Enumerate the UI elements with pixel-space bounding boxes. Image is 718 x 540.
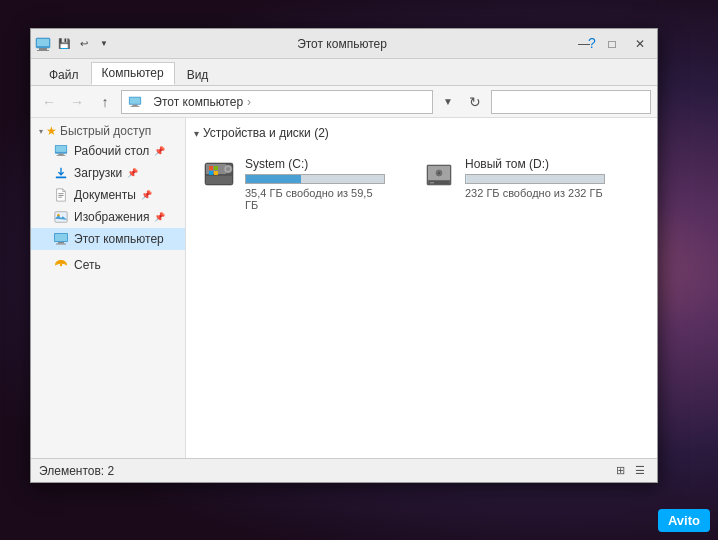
network-label: Сеть	[74, 258, 101, 272]
pictures-label: Изображения	[74, 210, 149, 224]
up-button[interactable]: ↑	[93, 90, 117, 114]
pin-icon-pictures: 📌	[154, 212, 165, 222]
drive-d-icon	[421, 157, 457, 193]
search-input[interactable]	[498, 95, 648, 109]
svg-rect-11	[56, 146, 67, 152]
quick-access-arrow: ▾	[39, 127, 43, 136]
address-text	[146, 95, 149, 109]
svg-rect-2	[39, 48, 47, 50]
svg-rect-28	[206, 176, 232, 184]
view-list-button[interactable]: ☰	[631, 462, 649, 480]
svg-rect-6	[132, 104, 137, 105]
section-label: Устройства и диски (2)	[203, 126, 329, 140]
svg-point-30	[226, 167, 230, 171]
address-separator: ›	[247, 95, 251, 109]
drive-c-name: System (C:)	[245, 157, 387, 171]
avito-badge: Avito	[658, 509, 710, 532]
sidebar-item-pictures[interactable]: Изображения 📌	[31, 206, 185, 228]
sidebar-quick-access-header[interactable]: ▾ ★ Быстрый доступ	[31, 122, 185, 140]
qa-save-button[interactable]: 💾	[55, 35, 73, 53]
svg-rect-15	[58, 193, 63, 194]
drive-c-space: 35,4 ГБ свободно из 59,5 ГБ	[245, 187, 387, 211]
drive-c-bar-fill	[246, 175, 301, 183]
computer-icon-small	[128, 95, 142, 109]
content-area: ▾ ★ Быстрый доступ Рабочий стол 📌	[31, 118, 657, 458]
back-button[interactable]: ←	[37, 90, 61, 114]
address-dropdown-button[interactable]: ▼	[437, 91, 459, 113]
svg-rect-32	[214, 166, 218, 170]
ribbon-tabs: Файл Компьютер Вид	[31, 59, 657, 85]
ribbon: Файл Компьютер Вид	[31, 59, 657, 86]
this-computer-label: Этот компьютер	[74, 232, 164, 246]
drive-d-item[interactable]: Новый том (D:) 232 ГБ свободно из 232 ГБ	[414, 150, 614, 218]
drive-d-name: Новый том (D:)	[465, 157, 607, 171]
view-grid-button[interactable]: ⊞	[611, 462, 629, 480]
svg-rect-21	[55, 234, 67, 241]
qa-dropdown-button[interactable]: ▼	[95, 35, 113, 53]
items-count: Элементов: 2	[39, 464, 114, 478]
svg-rect-14	[56, 177, 67, 179]
section-toggle[interactable]: ▾	[194, 128, 199, 139]
svg-rect-3	[37, 50, 49, 51]
sidebar-item-downloads[interactable]: Загрузки 📌	[31, 162, 185, 184]
svg-rect-17	[58, 197, 62, 198]
star-icon: ★	[46, 124, 57, 138]
documents-label: Документы	[74, 188, 136, 202]
download-icon	[53, 165, 69, 181]
pin-icon-downloads: 📌	[127, 168, 138, 178]
help-button[interactable]: ?	[582, 33, 602, 53]
svg-rect-13	[57, 155, 66, 156]
drive-d-info: Новый том (D:) 232 ГБ свободно из 232 ГБ	[465, 157, 607, 199]
drive-d-bar-container	[465, 174, 605, 184]
svg-point-40	[438, 172, 441, 175]
tab-computer[interactable]: Компьютер	[91, 62, 175, 85]
quick-access-label: Быстрый доступ	[60, 124, 151, 138]
drive-c-item[interactable]: System (C:) 35,4 ГБ свободно из 59,5 ГБ	[194, 150, 394, 218]
navigation-bar: ← → ↑ Этот компьютер › ▼ ↻	[31, 86, 657, 118]
forward-button[interactable]: →	[65, 90, 89, 114]
maximize-button[interactable]: □	[599, 33, 625, 55]
close-button[interactable]: ✕	[627, 33, 653, 55]
sidebar-item-this-computer[interactable]: Этот компьютер	[31, 228, 185, 250]
sidebar-item-documents[interactable]: Документы 📌	[31, 184, 185, 206]
network-icon	[53, 257, 69, 273]
svg-rect-33	[209, 171, 213, 175]
window-icon	[35, 36, 51, 52]
svg-rect-5	[130, 97, 141, 103]
drive-c-icon	[201, 157, 237, 193]
section-header: ▾ Устройства и диски (2)	[194, 126, 649, 140]
documents-icon	[53, 187, 69, 203]
search-bar[interactable]	[491, 90, 651, 114]
status-bar: Элементов: 2 ⊞ ☰	[31, 458, 657, 482]
tab-file[interactable]: Файл	[39, 65, 89, 85]
desktop-label: Рабочий стол	[74, 144, 149, 158]
sidebar-item-desktop[interactable]: Рабочий стол 📌	[31, 140, 185, 162]
refresh-button[interactable]: ↻	[463, 90, 487, 114]
drive-d-space: 232 ГБ свободно из 232 ГБ	[465, 187, 607, 199]
drives-grid: System (C:) 35,4 ГБ свободно из 59,5 ГБ	[194, 150, 649, 218]
tab-view[interactable]: Вид	[177, 65, 219, 85]
address-this-computer: Этот компьютер	[153, 95, 243, 109]
svg-rect-7	[131, 105, 140, 106]
address-bar[interactable]: Этот компьютер ›	[121, 90, 433, 114]
sidebar-item-network[interactable]: Сеть	[31, 254, 185, 276]
computer-icon-sidebar	[53, 231, 69, 247]
explorer-window: 💾 ↩ ▼ Этот компьютер ? — □ ✕ Файл Компью…	[30, 28, 658, 483]
sidebar: ▾ ★ Быстрый доступ Рабочий стол 📌	[31, 118, 186, 458]
svg-rect-1	[37, 39, 49, 46]
svg-rect-23	[56, 244, 66, 245]
window-title: Этот компьютер	[113, 37, 571, 51]
view-controls: ⊞ ☰	[611, 462, 649, 480]
svg-rect-41	[430, 182, 434, 184]
pin-icon-documents: 📌	[141, 190, 152, 200]
title-bar: 💾 ↩ ▼ Этот компьютер ? — □ ✕	[31, 29, 657, 59]
main-pane: ▾ Устройства и диски (2)	[186, 118, 657, 458]
pin-icon-desktop: 📌	[154, 146, 165, 156]
downloads-label: Загрузки	[74, 166, 122, 180]
svg-rect-16	[58, 195, 63, 196]
svg-rect-31	[209, 166, 213, 170]
quick-access-toolbar: 💾 ↩ ▼	[55, 35, 113, 53]
qa-undo-button[interactable]: ↩	[75, 35, 93, 53]
svg-point-24	[60, 264, 62, 266]
pictures-icon	[53, 209, 69, 225]
